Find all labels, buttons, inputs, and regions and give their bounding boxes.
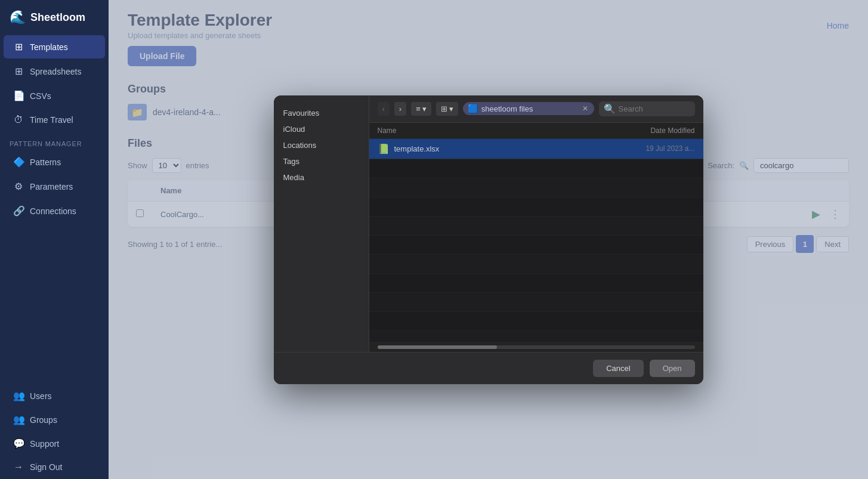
sidebar-item-users[interactable]: 👥 Users xyxy=(4,384,105,407)
empty-row xyxy=(369,312,703,331)
empty-row xyxy=(369,293,703,312)
file-name: template.xlsx xyxy=(394,144,611,153)
file-type-icon: 📗 xyxy=(378,143,390,154)
dialog-col-date: Date Modified xyxy=(611,126,695,135)
dialog-search-icon: 🔍 xyxy=(604,103,616,115)
sidebar-item-time-travel[interactable]: ⏱ Time Travel xyxy=(4,109,105,131)
sidebar-label-patterns: Patterns xyxy=(30,157,61,167)
sidebar-item-patterns[interactable]: 🔷 Patterns xyxy=(4,150,105,174)
modal-overlay: Favourites iCloud Locations Tags Media ‹… xyxy=(109,0,868,479)
app-name: Sheetloom xyxy=(30,11,85,24)
location-folder-icon: 🟦 xyxy=(468,104,478,113)
users-icon: 👥 xyxy=(13,390,24,401)
scrollbar-thumb[interactable] xyxy=(378,345,497,349)
dialog-search-box: 🔍 xyxy=(599,101,695,116)
sidebar-item-templates[interactable]: ⊞ Templates xyxy=(4,35,105,58)
dialog-files-list: 📗 template.xlsx 19 Jul 2023 a... xyxy=(369,139,703,342)
dialog-sidebar-favourites[interactable]: Favourites xyxy=(274,105,369,121)
dialog-body: Favourites iCloud Locations Tags Media ‹… xyxy=(274,95,703,352)
main-area: Template Explorer Upload templates and g… xyxy=(109,0,868,479)
spreadsheets-icon: ⊞ xyxy=(13,66,24,77)
dialog-search-input[interactable] xyxy=(619,104,690,113)
file-dialog: Favourites iCloud Locations Tags Media ‹… xyxy=(274,95,703,384)
sidebar-item-csvs[interactable]: 📄 CSVs xyxy=(4,84,105,107)
sidebar-label-csvs: CSVs xyxy=(30,91,51,101)
sidebar-label-time-travel: Time Travel xyxy=(30,115,73,125)
sidebar-label-sign-out: Sign Out xyxy=(30,462,62,472)
empty-row xyxy=(369,159,703,178)
dialog-sidebar-tags[interactable]: Tags xyxy=(274,153,369,169)
dialog-footer: Cancel Open xyxy=(274,352,703,384)
sidebar-label-connections: Connections xyxy=(30,206,76,216)
dialog-scrollbar xyxy=(369,342,703,352)
csvs-icon: 📄 xyxy=(13,90,24,101)
empty-row xyxy=(369,255,703,274)
sign-out-icon: → xyxy=(13,462,24,472)
empty-row xyxy=(369,331,703,342)
empty-rows-container xyxy=(369,159,703,342)
sidebar: 🌊 Sheetloom ⊞ Templates ⊞ Spreadsheets 📄… xyxy=(0,0,109,479)
location-text: sheetloom files xyxy=(481,104,533,113)
location-clear-icon[interactable]: ✕ xyxy=(582,104,588,113)
groups-icon: 👥 xyxy=(13,414,24,425)
empty-row xyxy=(369,217,703,236)
dialog-sidebar-media[interactable]: Media xyxy=(274,169,369,186)
templates-icon: ⊞ xyxy=(13,41,24,52)
dialog-sidebar: Favourites iCloud Locations Tags Media xyxy=(274,95,369,352)
sidebar-item-sign-out[interactable]: → Sign Out xyxy=(4,456,105,478)
dialog-col-name: Name xyxy=(378,126,611,135)
sidebar-label-support: Support xyxy=(30,439,59,449)
connections-icon: 🔗 xyxy=(13,205,24,217)
dialog-main: ‹ › ≡ ▾ ⊞ ▾ 🟦 sheetloom files xyxy=(369,95,703,352)
list-view-chevron: ▾ xyxy=(422,104,427,113)
sidebar-label-groups: Groups xyxy=(30,415,57,425)
support-icon: 💬 xyxy=(13,438,24,449)
dialog-files-header: Name Date Modified xyxy=(369,123,703,139)
dialog-toolbar: ‹ › ≡ ▾ ⊞ ▾ 🟦 sheetloom files xyxy=(369,95,703,123)
parameters-icon: ⚙ xyxy=(13,181,24,192)
empty-row xyxy=(369,274,703,293)
sidebar-label-spreadsheets: Spreadsheets xyxy=(30,67,81,76)
sidebar-item-groups[interactable]: 👥 Groups xyxy=(4,408,105,431)
file-date: 19 Jul 2023 a... xyxy=(611,144,695,153)
sidebar-label-users: Users xyxy=(30,391,52,401)
time-travel-icon: ⏱ xyxy=(13,115,24,125)
back-button[interactable]: ‹ xyxy=(378,102,390,116)
list-view-button[interactable]: ≡ ▾ xyxy=(411,102,431,116)
grid-view-icon: ⊞ xyxy=(441,104,447,113)
forward-button[interactable]: › xyxy=(394,102,406,116)
list-view-icon: ≡ xyxy=(416,104,421,113)
open-button[interactable]: Open xyxy=(650,360,695,377)
sidebar-item-connections[interactable]: 🔗 Connections xyxy=(4,199,105,222)
patterns-icon: 🔷 xyxy=(13,156,24,168)
dialog-sidebar-icloud[interactable]: iCloud xyxy=(274,121,369,137)
empty-row xyxy=(369,178,703,197)
pattern-manager-label: Pattern Manager xyxy=(0,132,109,150)
cancel-button[interactable]: Cancel xyxy=(593,360,643,377)
empty-row xyxy=(369,236,703,255)
grid-view-chevron: ▾ xyxy=(449,104,453,113)
sidebar-item-spreadsheets[interactable]: ⊞ Spreadsheets xyxy=(4,60,105,83)
scrollbar-track xyxy=(378,345,695,349)
sidebar-label-templates: Templates xyxy=(30,42,68,52)
app-logo: 🌊 Sheetloom xyxy=(0,0,109,35)
sidebar-item-parameters[interactable]: ⚙ Parameters xyxy=(4,175,105,198)
grid-view-button[interactable]: ⊞ ▾ xyxy=(436,102,458,116)
logo-icon: 🌊 xyxy=(10,10,26,25)
dialog-sidebar-locations[interactable]: Locations xyxy=(274,137,369,153)
dialog-file-row[interactable]: 📗 template.xlsx 19 Jul 2023 a... xyxy=(369,139,703,159)
location-pill: 🟦 sheetloom files ✕ xyxy=(463,102,594,115)
sidebar-item-support[interactable]: 💬 Support xyxy=(4,432,105,455)
empty-row xyxy=(369,197,703,217)
sidebar-label-parameters: Parameters xyxy=(30,182,73,191)
